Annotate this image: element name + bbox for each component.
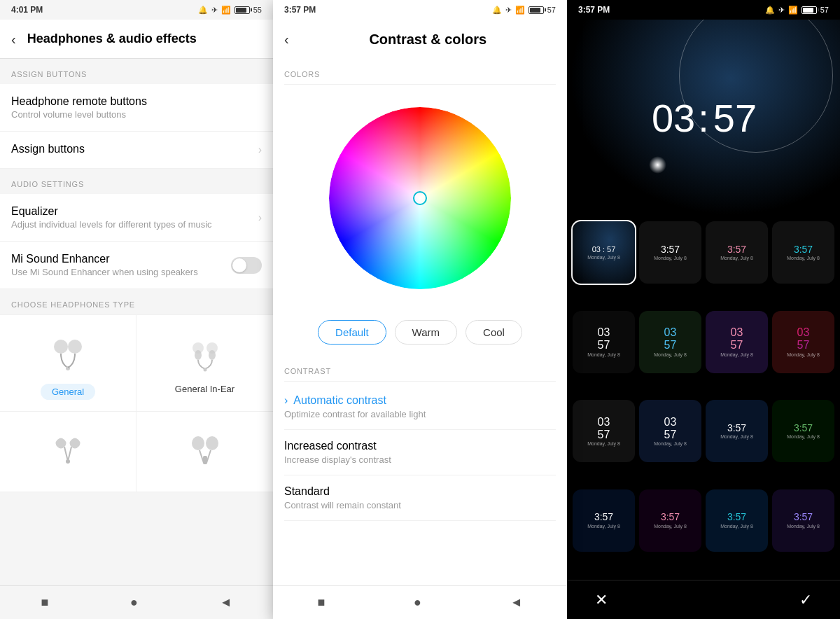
color-wheel-gradient (329, 107, 511, 289)
color-wheel-cursor (413, 191, 427, 205)
choose-headphones-label: CHOOSE HEADPHONES TYPE (0, 289, 273, 314)
status-bar-2: 3:57 PM 🔔 ✈ 📶 57 (273, 0, 567, 20)
equalizer-item[interactable]: Equalizer Adjust individual levels for d… (0, 194, 273, 242)
theme-item-2[interactable]: 3:57 Monday, July 8 (639, 221, 701, 284)
status-icons-1: 🔔 ✈ 📶 55 (198, 6, 262, 15)
preset-default-button[interactable]: Default (318, 320, 386, 345)
clock-hour-ones: 3 (673, 95, 694, 141)
nav-stop-1[interactable]: ■ (41, 595, 48, 610)
theme-mini-3: 3:57 Monday, July 8 (706, 221, 768, 284)
headphone-item-4[interactable] (136, 412, 273, 492)
theme-mini-14: 3:57 Monday, July 8 (639, 489, 701, 552)
theme-content-15: 3:57 Monday, July 8 (720, 512, 753, 528)
theme-time-4: 3:57 (794, 244, 813, 255)
theme-time-8: 0357 (797, 326, 810, 351)
nav-back-1[interactable]: ◄ (220, 595, 232, 610)
theme-item-9[interactable]: 0357 Monday, July 8 (573, 400, 635, 462)
mi-sound-toggle[interactable] (231, 257, 262, 274)
theme-item-3[interactable]: 3:57 Monday, July 8 (706, 221, 768, 284)
time-1: 4:01 PM (11, 5, 43, 15)
theme-mini-4: 3:57 Monday, July 8 (772, 221, 834, 284)
back-button-2[interactable]: ‹ (284, 32, 289, 46)
nav-back-2[interactable]: ◄ (510, 595, 523, 610)
svg-point-10 (206, 436, 218, 450)
status-icons-2: 🔔 ✈ 📶 57 (492, 6, 556, 15)
back-button-1[interactable]: ‹ (11, 32, 16, 46)
status-bar-3: 3:57 PM 🔔 ✈ 📶 57 (567, 0, 840, 20)
panel3-nav: ✕ ✓ (567, 580, 840, 619)
theme-time-3: 3:57 (727, 244, 746, 255)
battery-icon-1 (234, 6, 250, 14)
clock-min-tens: 5 (713, 95, 734, 141)
headphone-remote-item[interactable]: Headphone remote buttons Control volume … (0, 84, 273, 132)
contrast-increased-item[interactable]: Increased contrast Increase display's co… (284, 430, 556, 475)
theme-time-1: 03 : 57 (592, 245, 616, 253)
assign-buttons-item[interactable]: Assign buttons › (0, 132, 273, 169)
theme-time-6: 0357 (664, 326, 677, 351)
theme-date-5: Monday, July 8 (587, 352, 620, 357)
headphone-general-item[interactable]: General (0, 315, 136, 412)
theme-date-16: Monday, July 8 (787, 524, 820, 529)
theme-date-10: Monday, July 8 (654, 441, 687, 446)
theme-item-15[interactable]: 3:57 Monday, July 8 (706, 489, 768, 552)
theme-date-15: Monday, July 8 (720, 524, 753, 529)
contrast-standard-sub: Contrast will remain constant (284, 500, 556, 510)
equalizer-chevron: › (258, 211, 262, 224)
contrast-standard-item[interactable]: Standard Contrast will remain constant (284, 475, 556, 521)
theme-item-16[interactable]: 3:57 Monday, July 8 (772, 489, 834, 552)
theme-mini-16: 3:57 Monday, July 8 (772, 489, 834, 552)
mi-sound-subtitle: Use Mi Sound Enhancer when using speaker… (11, 267, 231, 277)
wifi-icon: 📶 (221, 6, 231, 15)
theme-item-8[interactable]: 0357 Monday, July 8 (772, 311, 834, 373)
svg-rect-11 (203, 456, 207, 464)
color-wheel[interactable] (329, 107, 511, 289)
theme-item-12[interactable]: 3:57 Monday, July 8 (772, 400, 834, 462)
theme-time-7: 0357 (731, 326, 743, 351)
assign-buttons-chevron: › (258, 144, 262, 156)
theme-item-4[interactable]: 3:57 Monday, July 8 (772, 221, 834, 284)
battery-pct-1: 55 (253, 6, 262, 14)
contrast-automatic-item[interactable]: › Automatic contrast Optimize contrast f… (284, 384, 556, 430)
theme-item-14[interactable]: 3:57 Monday, July 8 (639, 489, 701, 552)
theme-time-15: 3:57 (727, 512, 746, 522)
close-button[interactable]: ✕ (595, 591, 608, 609)
contrast-standard-title: Standard (284, 485, 556, 498)
status-icons-3: 🔔 ✈ 📶 57 (765, 6, 829, 15)
mi-sound-content: Mi Sound Enhancer Use Mi Sound Enhancer … (11, 253, 231, 277)
headphone-item-3[interactable] (0, 412, 136, 492)
theme-date-11: Monday, July 8 (720, 434, 753, 439)
nav-stop-2[interactable]: ■ (317, 595, 325, 610)
confirm-button[interactable]: ✓ (799, 591, 812, 609)
audio-settings-label: AUDIO SETTINGS (0, 169, 273, 194)
theme-item-1[interactable]: 03 : 57 Monday, July 8 (573, 221, 635, 284)
theme-time-12: 3:57 (794, 423, 813, 433)
airplane-icon-2: ✈ (505, 6, 512, 15)
nav-home-2[interactable]: ● (414, 595, 421, 610)
contrast-label: CONTRAST (284, 359, 556, 382)
theme-mini-8: 0357 Monday, July 8 (772, 311, 834, 373)
theme-item-7[interactable]: 0357 Monday, July 8 (706, 311, 768, 373)
theme-item-13[interactable]: 3:57 Monday, July 8 (573, 489, 635, 552)
battery-pct-2: 57 (547, 6, 556, 14)
wifi-icon-2: 📶 (515, 6, 525, 15)
theme-item-11[interactable]: 3:57 Monday, July 8 (706, 400, 768, 462)
svg-point-0 (54, 340, 68, 354)
theme-time-11: 3:57 (727, 423, 746, 433)
notif-icon-2: 🔔 (492, 6, 502, 15)
theme-item-5[interactable]: 0357 Monday, July 8 (573, 311, 635, 373)
headphone-inear-item[interactable]: General In-Ear (136, 315, 273, 412)
theme-mini-10: 0357 Monday, July 8 (639, 400, 701, 462)
theme-date-14: Monday, July 8 (654, 524, 687, 529)
earphone-image-4 (181, 426, 230, 475)
mi-sound-item[interactable]: Mi Sound Enhancer Use Mi Sound Enhancer … (0, 242, 273, 289)
preset-warm-button[interactable]: Warm (395, 320, 457, 345)
contrast-automatic-sub: Optimize contrast for available light (284, 409, 556, 419)
notif-icon-3: 🔔 (765, 6, 775, 15)
nav-home-1[interactable]: ● (130, 595, 138, 610)
svg-point-8 (66, 459, 70, 464)
theme-date-1: Monday, July 8 (587, 255, 620, 260)
preset-cool-button[interactable]: Cool (465, 320, 522, 345)
theme-item-10[interactable]: 0357 Monday, July 8 (639, 400, 701, 462)
theme-content-14: 3:57 Monday, July 8 (654, 512, 687, 528)
theme-item-6[interactable]: 0357 Monday, July 8 (639, 311, 701, 373)
